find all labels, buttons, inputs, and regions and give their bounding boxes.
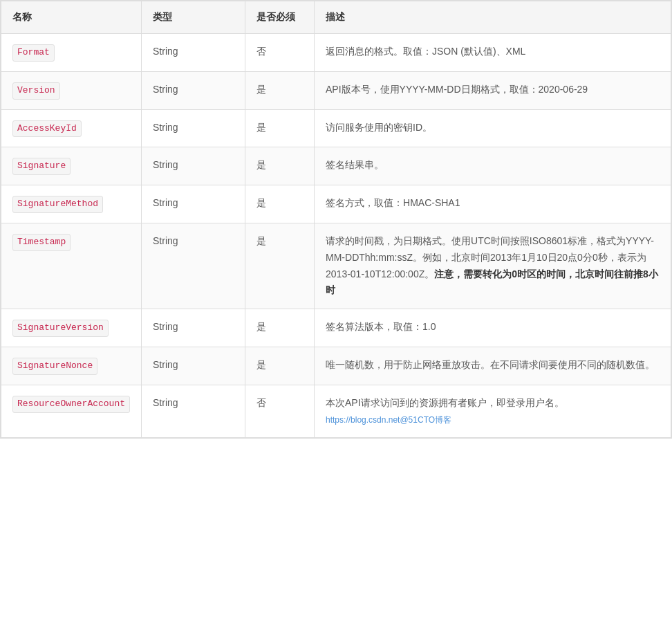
cell-type: String — [142, 223, 245, 309]
header-type: 类型 — [142, 1, 245, 34]
cell-desc: 请求的时间戳，为日期格式。使用UTC时间按照ISO8601标准，格式为YYYY-… — [315, 223, 671, 309]
param-name: SignatureMethod — [12, 196, 103, 213]
param-name: Version — [12, 82, 60, 100]
cell-type: String — [142, 185, 245, 223]
cell-desc: 返回消息的格式。取值：JSON (默认值)、XML — [315, 34, 671, 72]
cell-type: String — [142, 71, 245, 109]
cell-desc: 签名结果串。 — [315, 147, 671, 185]
cell-type: String — [142, 34, 245, 72]
cell-name: AccessKeyId — [1, 109, 142, 147]
table-row: VersionString是API版本号，使用YYYY-MM-DD日期格式，取值… — [1, 71, 671, 109]
cell-required: 是 — [245, 109, 315, 147]
param-name: SignatureNonce — [12, 358, 97, 375]
cell-name: Version — [1, 71, 142, 109]
header-required: 是否必须 — [245, 1, 315, 34]
watermark-text: https://blog.csdn.net@51CTO博客 — [326, 415, 451, 425]
cell-desc: 访问服务使用的密钥ID。 — [315, 109, 671, 147]
table-row: SignatureNonceString是唯一随机数，用于防止网络重放攻击。在不… — [1, 347, 671, 385]
cell-name: Signature — [1, 147, 142, 185]
cell-required: 是 — [245, 185, 315, 223]
cell-type: String — [142, 385, 245, 438]
cell-type: String — [142, 347, 245, 385]
cell-required: 否 — [245, 34, 315, 72]
param-name: Signature — [12, 158, 71, 175]
cell-name: SignatureMethod — [1, 185, 142, 223]
cell-name: ResourceOwnerAccount — [1, 385, 142, 438]
cell-desc: 唯一随机数，用于防止网络重放攻击。在不同请求间要使用不同的随机数值。 — [315, 347, 671, 385]
cell-required: 是 — [245, 309, 315, 347]
table-row: ResourceOwnerAccountString否本次API请求访问到的资源… — [1, 385, 671, 438]
cell-name: SignatureVersion — [1, 309, 142, 347]
table-row: FormatString否返回消息的格式。取值：JSON (默认值)、XML — [1, 34, 671, 72]
cell-required: 是 — [245, 347, 315, 385]
table-row: TimestampString是请求的时间戳，为日期格式。使用UTC时间按照IS… — [1, 223, 671, 309]
header-name: 名称 — [1, 1, 142, 34]
cell-desc: 签名方式，取值：HMAC-SHA1 — [315, 185, 671, 223]
cell-name: Format — [1, 34, 142, 72]
cell-desc: API版本号，使用YYYY-MM-DD日期格式，取值：2020-06-29 — [315, 71, 671, 109]
param-name: AccessKeyId — [12, 120, 82, 138]
table-row: SignatureMethodString是签名方式，取值：HMAC-SHA1 — [1, 185, 671, 223]
cell-desc: 签名算法版本，取值：1.0 — [315, 309, 671, 347]
api-params-table: 名称 类型 是否必须 描述 FormatString否返回消息的格式。取值：JS… — [0, 0, 672, 439]
table-header-row: 名称 类型 是否必须 描述 — [1, 1, 671, 34]
cell-required: 是 — [245, 223, 315, 309]
cell-name: Timestamp — [1, 223, 142, 309]
cell-type: String — [142, 147, 245, 185]
cell-desc: 本次API请求访问到的资源拥有者账户，即登录用户名。https://blog.c… — [315, 385, 671, 438]
param-name: ResourceOwnerAccount — [12, 396, 130, 413]
cell-type: String — [142, 309, 245, 347]
cell-required: 是 — [245, 71, 315, 109]
cell-name: SignatureNonce — [1, 347, 142, 385]
cell-required: 是 — [245, 147, 315, 185]
header-desc: 描述 — [315, 1, 671, 34]
cell-required: 否 — [245, 385, 315, 438]
param-name: SignatureVersion — [12, 320, 109, 337]
table-row: SignatureString是签名结果串。 — [1, 147, 671, 185]
table-row: AccessKeyIdString是访问服务使用的密钥ID。 — [1, 109, 671, 147]
param-name: Format — [12, 44, 55, 62]
table-row: SignatureVersionString是签名算法版本，取值：1.0 — [1, 309, 671, 347]
cell-type: String — [142, 109, 245, 147]
param-name: Timestamp — [12, 234, 71, 251]
